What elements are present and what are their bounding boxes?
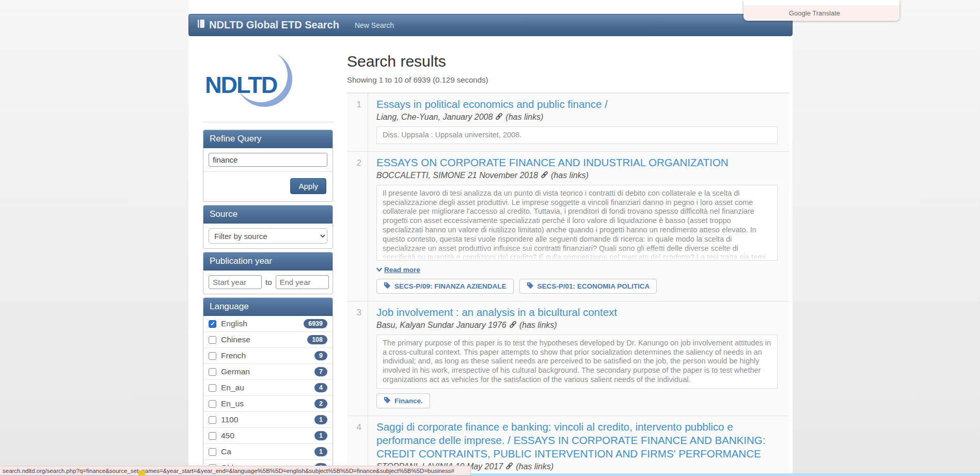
result-title-link[interactable]: Job involvement : an analysis in a bicul… bbox=[376, 306, 789, 319]
language-row-en-au[interactable]: En_au 4 bbox=[203, 379, 333, 395]
result-byline: Basu, Kalyan Sundar January 1976 (has li… bbox=[376, 321, 789, 330]
subject-tag[interactable]: Finance. bbox=[376, 393, 430, 408]
top-navbar: NDLTD Global ETD Search New Search bbox=[188, 14, 793, 36]
has-links-label: (has links) bbox=[505, 113, 543, 122]
checkbox-german[interactable] bbox=[209, 368, 216, 376]
link-icon bbox=[506, 462, 513, 471]
year-to-label: to bbox=[265, 278, 272, 287]
count-badge: 2 bbox=[314, 399, 327, 408]
result-byline: Liang, Che-Yuan, January 2008 (has links… bbox=[376, 113, 789, 122]
result-title-link[interactable]: Saggi di corporate finance e banking: vi… bbox=[376, 420, 789, 461]
checkbox-chinese[interactable] bbox=[209, 336, 216, 344]
result-abstract: The primary purpose of this paper is to … bbox=[376, 335, 778, 389]
page-container: NDLTD Global ETD Search New Search NDLTD… bbox=[188, 0, 793, 476]
count-badge: 108 bbox=[307, 335, 327, 344]
read-more-link[interactable]: Read more bbox=[376, 266, 420, 274]
result-title-link[interactable]: Essays in political economics and public… bbox=[376, 98, 789, 111]
ndltd-logo[interactable]: NDLTD bbox=[203, 41, 333, 117]
language-row-chinese[interactable]: Chinese 108 bbox=[203, 331, 333, 347]
checkbox-1100[interactable] bbox=[209, 416, 216, 424]
result-title-link[interactable]: ESSAYS ON CORPORATE FINANCE AND INDUSTRI… bbox=[376, 156, 789, 169]
search-result-3: 3 Job involvement : an analysis in a bic… bbox=[347, 301, 789, 416]
source-title: Source bbox=[203, 205, 333, 224]
svg-text:NDLTD: NDLTD bbox=[205, 72, 277, 98]
result-abstract: Il presente lavoro di tesi analizza da u… bbox=[376, 185, 778, 261]
results-main: Search results Showing 1 to 10 of 6939 (… bbox=[347, 42, 789, 476]
checkbox-450[interactable] bbox=[209, 432, 216, 440]
checkbox-english[interactable] bbox=[209, 320, 216, 328]
result-number: 1 bbox=[347, 93, 368, 151]
has-links-label: (has links) bbox=[551, 171, 589, 180]
page-title: Search results bbox=[347, 53, 789, 70]
publication-year-title: Publication year bbox=[203, 252, 333, 271]
popup-divider bbox=[744, 0, 899, 6]
refine-query-panel: Refine Query Apply bbox=[203, 130, 333, 202]
checkbox-en-us[interactable] bbox=[209, 400, 216, 408]
query-input[interactable] bbox=[209, 153, 327, 167]
has-links-label: (has links) bbox=[516, 462, 554, 471]
count-badge: 1 bbox=[314, 431, 327, 440]
results-summary: Showing 1 to 10 of 6939 (0.129 seconds) bbox=[347, 75, 789, 84]
count-badge: 6939 bbox=[304, 319, 327, 328]
language-panel: Language English 6939 Chinese 108 French… bbox=[203, 297, 333, 476]
checkbox-en-au[interactable] bbox=[209, 384, 216, 392]
source-panel: Source Filter by source bbox=[203, 205, 333, 249]
search-result-2: 2 ESSAYS ON CORPORATE FINANCE AND INDUST… bbox=[347, 151, 789, 301]
link-icon bbox=[541, 171, 548, 180]
language-row-english[interactable]: English 6939 bbox=[203, 316, 333, 331]
tag-icon bbox=[384, 282, 391, 291]
count-badge: 9 bbox=[314, 351, 327, 360]
has-links-label: (has links) bbox=[519, 321, 557, 330]
language-row-ca[interactable]: Ca 1 bbox=[203, 443, 333, 459]
count-badge: 4 bbox=[314, 383, 327, 392]
end-year-input[interactable] bbox=[276, 275, 329, 289]
start-year-input[interactable] bbox=[209, 275, 262, 289]
language-row-french[interactable]: French 9 bbox=[203, 347, 333, 363]
language-row-en-us[interactable]: En_us 2 bbox=[203, 395, 333, 411]
language-row-450[interactable]: 450 1 bbox=[203, 427, 333, 443]
subject-tag[interactable]: SECS-P/01: ECONOMIA POLITICA bbox=[519, 279, 657, 294]
result-byline: BOCCALETTI, SIMONE 21 November 2018 (has… bbox=[376, 171, 789, 180]
result-number: 3 bbox=[347, 302, 368, 416]
source-filter-select[interactable]: Filter by source bbox=[209, 228, 327, 244]
publication-year-panel: Publication year to bbox=[203, 252, 333, 294]
book-icon bbox=[197, 19, 205, 31]
result-tags: SECS-P/09: FINANZA AZIENDALE SECS-P/01: … bbox=[376, 279, 789, 294]
count-badge: 1 bbox=[314, 415, 327, 424]
chevron-down-icon bbox=[376, 266, 382, 274]
language-row-1100[interactable]: 1100 1 bbox=[203, 411, 333, 427]
apply-button[interactable]: Apply bbox=[290, 178, 326, 194]
result-abstract: Diss. Uppsala : Uppsala universitet, 200… bbox=[376, 126, 778, 144]
count-badge: 1 bbox=[314, 447, 327, 456]
language-title: Language bbox=[203, 298, 333, 316]
checkbox-french[interactable] bbox=[209, 352, 216, 360]
language-row-german[interactable]: German 7 bbox=[203, 363, 333, 379]
refine-query-title: Refine Query bbox=[203, 130, 333, 148]
brand-label: NDLTD Global ETD Search bbox=[209, 19, 339, 31]
sidebar: NDLTD Refine Query Apply Source Filter b… bbox=[203, 41, 333, 476]
browser-status-bar: search.ndltd.org/search.php?q=finance&so… bbox=[0, 466, 471, 475]
new-search-link[interactable]: New Search bbox=[355, 21, 394, 29]
google-translate-label: Google Translate bbox=[789, 9, 840, 17]
google-translate-popup[interactable]: Google Translate bbox=[744, 0, 899, 21]
taskbar-notch bbox=[138, 470, 145, 475]
result-tags: Finance. bbox=[376, 393, 789, 408]
sidebar-divider bbox=[203, 122, 333, 122]
result-number: 2 bbox=[347, 152, 368, 301]
language-list: English 6939 Chinese 108 French 9 German… bbox=[203, 316, 333, 475]
status-url: search.ndltd.org/search.php?q=finance&so… bbox=[3, 468, 454, 474]
checkbox-ca[interactable] bbox=[209, 448, 216, 456]
search-result-1: 1 Essays in political economics and publ… bbox=[347, 93, 789, 151]
link-icon bbox=[496, 113, 502, 122]
brand-link[interactable]: NDLTD Global ETD Search bbox=[197, 19, 339, 31]
count-badge: 7 bbox=[314, 367, 327, 376]
link-icon bbox=[510, 321, 516, 330]
tag-icon bbox=[384, 396, 391, 405]
subject-tag[interactable]: SECS-P/09: FINANZA AZIENDALE bbox=[376, 279, 514, 294]
tag-icon bbox=[527, 282, 534, 291]
